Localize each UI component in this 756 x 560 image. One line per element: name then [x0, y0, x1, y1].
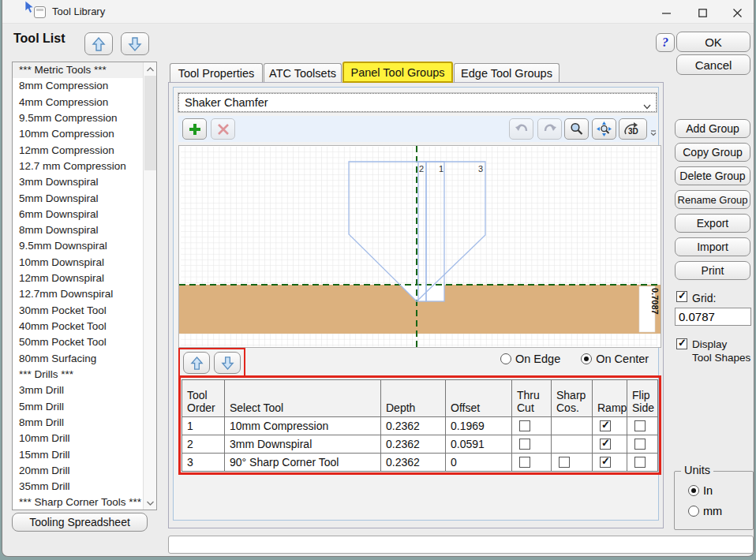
maximize-button[interactable] [684, 0, 720, 24]
zoom-button[interactable] [564, 118, 589, 140]
cell-select-tool[interactable]: 90° Sharp Corner Tool [225, 454, 381, 471]
print-button[interactable]: Print [675, 261, 750, 280]
grid-size-input[interactable] [675, 308, 751, 326]
units-mm-option[interactable]: mm [688, 505, 722, 517]
ok-button[interactable]: OK [676, 32, 750, 52]
list-item[interactable]: 35mm Drill [13, 479, 143, 495]
close-button[interactable] [719, 0, 755, 24]
cell-depth[interactable]: 0.2362 [381, 417, 446, 435]
copy-group-button[interactable]: Copy Group [675, 143, 750, 162]
list-item[interactable]: 5mm Drill [13, 399, 143, 415]
ramp-checkbox[interactable] [600, 457, 611, 468]
list-item[interactable]: 10mm Compression [13, 126, 143, 142]
display-tool-shapes-checkbox[interactable] [676, 338, 687, 349]
view-3d-button[interactable]: 3D [619, 118, 647, 140]
units-mm-radio[interactable] [688, 506, 699, 517]
units-in-radio[interactable] [688, 485, 699, 496]
list-item[interactable]: 80mm Surfacing [13, 351, 143, 367]
list-item[interactable]: 10mm Drill [13, 431, 143, 446]
scrollbar-thumb[interactable] [144, 76, 156, 170]
tool-list-move-up-button[interactable] [84, 32, 113, 55]
list-item[interactable]: 3mm Downspiral [13, 174, 143, 190]
list-item[interactable]: 40mm Pocket Tool [13, 319, 143, 334]
tool-list-move-down-button[interactable] [121, 32, 149, 55]
list-item[interactable]: 12.7 mm Compression [13, 159, 143, 174]
tab-tool-properties[interactable]: Tool Properties [170, 63, 263, 82]
cell-offset[interactable]: 0.1969 [446, 417, 512, 435]
cell-order: 2 [182, 435, 225, 453]
list-item[interactable]: 12mm Compression [13, 143, 143, 159]
status-input[interactable] [168, 536, 754, 554]
list-item[interactable]: 12mm Downspiral [13, 271, 143, 286]
col-offset: Offset [446, 380, 512, 416]
list-item[interactable]: *** Metric Tools *** [13, 62, 143, 78]
list-item[interactable]: *** Sharp Corner Tools *** [13, 495, 143, 510]
list-item[interactable]: 50mm Pocket Tool [13, 334, 143, 350]
tab-panel-tool-groups[interactable]: Panel Tool Groups [342, 62, 453, 83]
cell-depth[interactable]: 0.2362 [381, 454, 446, 471]
tool-list: *** Metric Tools *** 8mm Compression 4mm… [12, 62, 157, 510]
thru-cut-checkbox[interactable] [519, 457, 530, 468]
col-tool-order: Tool Order [182, 380, 225, 416]
tool-list-scrollbar[interactable] [143, 62, 156, 510]
ramp-checkbox[interactable] [600, 439, 611, 450]
on-center-option[interactable]: On Center [581, 353, 649, 365]
minimize-button[interactable] [648, 0, 684, 24]
delete-tool-button[interactable] [211, 118, 235, 140]
cancel-button[interactable]: Cancel [676, 54, 750, 75]
tool-profile-canvas[interactable]: 2 1 3 0.7087 [178, 145, 661, 348]
cell-select-tool[interactable]: 10mm Compression [225, 417, 381, 435]
on-center-radio[interactable] [581, 353, 592, 364]
thru-cut-checkbox[interactable] [519, 439, 530, 450]
list-item[interactable]: 12.7mm Downspiral [13, 286, 143, 302]
list-item[interactable]: *** Drills *** [13, 367, 143, 383]
add-group-button[interactable]: Add Group [675, 119, 750, 138]
row-move-down-button[interactable] [214, 352, 241, 374]
tab-edge-tool-groups[interactable]: Edge Tool Groups [454, 63, 560, 82]
tooling-spreadsheet-button[interactable]: Tooling Spreadsheet [12, 513, 148, 532]
on-edge-radio[interactable] [500, 353, 511, 364]
list-item[interactable]: 30mm Pocket Tool [13, 303, 143, 319]
list-item[interactable]: 5mm Downspiral [13, 191, 143, 207]
flip-side-checkbox[interactable] [634, 420, 646, 431]
add-tool-button[interactable] [182, 118, 207, 140]
list-item[interactable]: 3mm Drill [13, 383, 143, 398]
thru-cut-checkbox[interactable] [519, 420, 530, 431]
on-edge-option[interactable]: On Edge [500, 353, 560, 365]
sharp-cos-checkbox[interactable] [559, 457, 570, 468]
cell-offset[interactable]: 0 [446, 454, 512, 471]
grid-checkbox[interactable] [676, 291, 687, 302]
undo-button[interactable] [509, 118, 533, 140]
flip-side-checkbox[interactable] [634, 457, 646, 468]
help-button[interactable]: ? [656, 33, 675, 52]
list-item[interactable]: 10mm Downspiral [13, 255, 143, 271]
scroll-down-icon[interactable] [144, 496, 157, 510]
flip-side-checkbox[interactable] [634, 439, 646, 450]
ramp-checkbox[interactable] [600, 420, 611, 431]
cell-depth[interactable]: 0.2362 [381, 435, 446, 453]
cell-select-tool[interactable]: 3mm Downspiral [225, 435, 381, 453]
zoom-extents-button[interactable] [592, 118, 616, 140]
delete-group-button[interactable]: Delete Group [675, 166, 750, 185]
title-bar[interactable]: Tool Library [2, 0, 754, 24]
list-item[interactable]: 8mm Downspiral [13, 222, 143, 238]
list-item[interactable]: 9.5mm Compression [13, 110, 143, 126]
list-item[interactable]: 6mm Downspiral [13, 207, 143, 222]
redo-button[interactable] [537, 118, 562, 140]
toolbar-overflow-icon[interactable] [650, 125, 657, 140]
tab-atc-toolsets[interactable]: ATC Toolsets [264, 63, 342, 82]
export-button[interactable]: Export [675, 214, 750, 233]
list-item[interactable]: 8mm Drill [13, 415, 143, 431]
tool-group-dropdown[interactable]: Shaker Chamfer [178, 93, 657, 112]
row-move-up-button[interactable] [183, 352, 210, 374]
units-in-option[interactable]: In [688, 484, 713, 497]
rename-group-button[interactable]: Rename Group [675, 190, 750, 209]
scroll-up-icon[interactable] [144, 62, 157, 76]
list-item[interactable]: 4mm Compression [13, 95, 143, 110]
list-item[interactable]: 15mm Drill [13, 447, 143, 463]
cell-offset[interactable]: 0.0591 [446, 435, 512, 453]
list-item[interactable]: 9.5mm Downspiral [13, 238, 143, 254]
import-button[interactable]: Import [675, 237, 750, 256]
list-item[interactable]: 20mm Drill [13, 463, 143, 479]
list-item[interactable]: 8mm Compression [13, 78, 143, 94]
